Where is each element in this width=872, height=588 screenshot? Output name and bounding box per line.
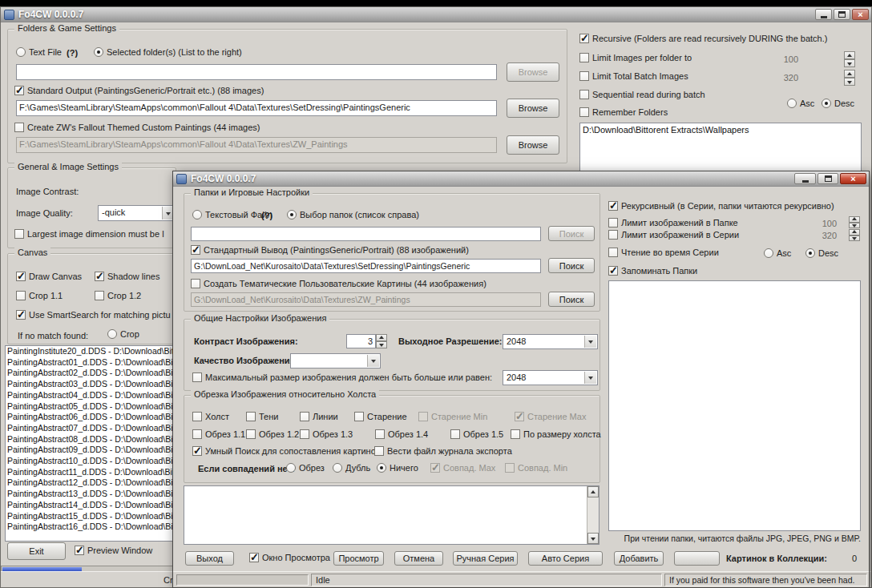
log-textbox[interactable] bbox=[184, 485, 600, 545]
crop-option-radio[interactable]: Обрез bbox=[286, 463, 325, 473]
maximize-button[interactable] bbox=[834, 9, 850, 20]
add-button[interactable]: Добавить bbox=[614, 551, 664, 566]
max-size-checkbox[interactable]: Максимальный размер изображения должен б… bbox=[192, 373, 492, 382]
crop-1-3-checkbox[interactable]: Обрез 1.3 bbox=[300, 429, 353, 439]
auto-batch-button[interactable]: Авто Серия bbox=[528, 551, 603, 566]
list-item[interactable]: PaintingAbstract06_d.DDS - D:\Download\B… bbox=[6, 412, 175, 423]
search-textfile-button[interactable]: Поиск bbox=[548, 226, 595, 241]
smartsearch-checkbox[interactable]: Умный Поиск для сопоставления картинок bbox=[192, 446, 380, 456]
text-file-path-input[interactable] bbox=[191, 227, 541, 241]
crop-1-5-checkbox[interactable]: Обрез 1.5 bbox=[450, 429, 503, 439]
export-log-checkbox[interactable]: Вести файл журнала экспорта bbox=[374, 446, 512, 456]
close-button[interactable] bbox=[852, 9, 869, 20]
limit-per-folder-spinner[interactable] bbox=[849, 216, 860, 228]
match-min-checkbox[interactable]: Совпад. Min bbox=[505, 463, 567, 473]
selected-folders-radio[interactable]: Выбор папок (список справа) bbox=[287, 210, 419, 219]
text-file-help[interactable]: (?) bbox=[67, 48, 78, 58]
aging-checkbox[interactable]: Старение bbox=[354, 412, 407, 421]
crop-1-2-checkbox[interactable]: Обрез 1.2 bbox=[246, 429, 299, 439]
remove-button[interactable] bbox=[674, 551, 720, 566]
limit-total-spinner[interactable] bbox=[849, 229, 860, 241]
text-file-help[interactable]: (?) bbox=[261, 211, 272, 220]
contrast-spinner[interactable] bbox=[376, 334, 387, 348]
minimize-button[interactable] bbox=[815, 9, 832, 20]
exit-button[interactable]: Выход bbox=[185, 551, 234, 566]
dropdown-arrow-icon[interactable] bbox=[584, 372, 596, 384]
list-item[interactable]: PaintingAbstract12_d.DDS - D:\Download\B… bbox=[6, 477, 175, 489]
match-max-checkbox[interactable]: Совпад. Max bbox=[430, 463, 495, 473]
spinner-down-icon[interactable] bbox=[844, 59, 855, 67]
largest-dimension-checkbox[interactable]: Largest image dimension must be l bbox=[14, 229, 164, 239]
list-item[interactable]: PaintingAbstract14_d.DDS - D:\Download\B… bbox=[6, 500, 175, 511]
shadows-checkbox[interactable]: Тени bbox=[246, 412, 278, 421]
recursive-checkbox[interactable]: Recursive (Folders are read recursively … bbox=[579, 34, 827, 43]
list-item[interactable]: PaintingAbstract01_d.DDS - D:\Download\B… bbox=[6, 357, 175, 369]
nothing-option-radio[interactable]: Ничего bbox=[377, 463, 418, 473]
list-item[interactable]: PaintingAbstract05_d.DDS - D:\Download\B… bbox=[6, 401, 175, 413]
custom-paintings-path-input[interactable]: G:\DownLoad_Net\Kurosaito\Data\Textures\… bbox=[191, 292, 541, 307]
preview-window-checkbox[interactable]: Preview Window bbox=[75, 546, 152, 555]
text-file-radio[interactable]: Text File bbox=[16, 47, 62, 57]
preview-button[interactable]: Просмотр bbox=[333, 551, 384, 566]
list-item[interactable]: PaintingAbstract07_d.DDS - D:\Download\B… bbox=[6, 423, 175, 434]
list-item[interactable]: PaintingAbstract11_d.DDS - D:\Download\B… bbox=[6, 467, 175, 478]
fit-canvas-checkbox[interactable]: По размеру холста bbox=[511, 429, 601, 439]
custom-paintings-checkbox[interactable]: Создать Тематические Пользовательские Ка… bbox=[191, 279, 486, 288]
remember-folders-checkbox[interactable]: Запоминать Папки bbox=[608, 266, 697, 276]
limit-per-folder-checkbox[interactable]: Лимит изображений в Папке bbox=[608, 218, 738, 228]
desc-radio[interactable]: Desc bbox=[805, 248, 838, 258]
search-custom-button[interactable]: Поиск bbox=[548, 292, 595, 307]
aging-max-checkbox[interactable]: Старение Max bbox=[515, 412, 586, 421]
remember-folders-checkbox[interactable]: Remember Folders bbox=[579, 107, 668, 117]
custom-paintings-path-input[interactable]: F:\Games\SteamLibrary\SteamApps\common\F… bbox=[16, 137, 497, 153]
scroll-down-icon[interactable] bbox=[587, 533, 599, 544]
browse-textfile-button[interactable]: Browse bbox=[507, 62, 559, 82]
vertical-scrollbar[interactable] bbox=[587, 486, 599, 544]
search-standard-button[interactable]: Поиск bbox=[548, 258, 595, 273]
list-item[interactable]: PaintingAbstract02_d.DDS - D:\Download\B… bbox=[6, 368, 175, 379]
duplicate-option-radio[interactable]: Дубль bbox=[333, 463, 370, 473]
exit-button[interactable]: Exit bbox=[7, 542, 66, 560]
list-item[interactable]: PaintingInstitute20_d.DDS - D:\Download\… bbox=[6, 346, 175, 357]
browse-standard-button[interactable]: Browse bbox=[507, 99, 559, 118]
text-file-path-input[interactable] bbox=[16, 64, 497, 80]
standard-output-path-input[interactable]: F:\Games\SteamLibrary\SteamApps\common\F… bbox=[16, 100, 497, 116]
outer-titlebar[interactable]: Fo4CW 0.0.0.7 bbox=[1, 7, 871, 22]
list-item[interactable]: PaintingAbstract03_d.DDS - D:\Download\B… bbox=[6, 379, 175, 390]
spinner-up-icon[interactable] bbox=[844, 70, 855, 78]
list-item[interactable]: D:\Download\Bittorent Extracts\Wallpaper… bbox=[580, 123, 861, 136]
list-item[interactable]: PaintingAbstract16_d.DDS - D:\Download\B… bbox=[6, 522, 175, 533]
spinner-down-icon[interactable] bbox=[376, 341, 387, 348]
crop-1-1-checkbox[interactable]: Crop 1.1 bbox=[16, 291, 63, 300]
limit-total-spinner[interactable] bbox=[844, 70, 855, 86]
manual-batch-button[interactable]: Ручная Серия bbox=[453, 551, 518, 566]
maximize-button[interactable] bbox=[818, 173, 838, 184]
contrast-value-input[interactable]: 3 bbox=[346, 334, 376, 348]
dropdown-arrow-icon[interactable] bbox=[367, 355, 379, 367]
standard-output-checkbox[interactable]: Стандартный Вывод (PaintingsGeneric/Port… bbox=[191, 245, 469, 255]
sequential-read-checkbox[interactable]: Чтение во время Серии bbox=[608, 248, 719, 257]
standard-output-checkbox[interactable]: Standard Output (PaintingsGeneric/Portra… bbox=[14, 86, 264, 95]
recursive-checkbox[interactable]: Рекурсивный (в Серии, папки читаются рек… bbox=[608, 201, 834, 211]
list-item[interactable]: PaintingAbstract13_d.DDS - D:\Download\B… bbox=[6, 489, 175, 500]
list-item[interactable]: PaintingAbstract10_d.DDS - D:\Download\B… bbox=[6, 456, 175, 467]
list-item[interactable]: PaintingAbstract15_d.DDS - D:\Download\B… bbox=[6, 511, 175, 522]
lines-checkbox[interactable]: Линии bbox=[300, 412, 338, 421]
smartsearch-checkbox[interactable]: Use SmartSearch for matching pictu bbox=[16, 310, 171, 320]
list-item[interactable]: PaintingAbstract09_d.DDS - D:\Download\B… bbox=[6, 445, 175, 456]
image-quality-combo[interactable]: -quick bbox=[98, 205, 176, 221]
desc-radio[interactable]: Desc bbox=[822, 99, 854, 108]
limit-per-folder-checkbox[interactable]: Limit Images per folder to bbox=[579, 53, 692, 62]
spinner-down-icon[interactable] bbox=[849, 236, 860, 242]
limit-per-folder-spinner[interactable] bbox=[844, 51, 855, 67]
preview-window-checkbox[interactable]: Окно Просмотра bbox=[249, 553, 330, 562]
standard-output-path-input[interactable]: G:\DownLoad_Net\Kurosaito\Data\Textures\… bbox=[191, 259, 541, 273]
crop-1-4-checkbox[interactable]: Обрез 1.4 bbox=[375, 429, 428, 439]
spinner-up-icon[interactable] bbox=[849, 216, 860, 223]
spinner-down-icon[interactable] bbox=[844, 78, 855, 86]
resolution-combo[interactable]: 2048 bbox=[503, 334, 598, 349]
spinner-up-icon[interactable] bbox=[849, 229, 860, 236]
crop-option-radio[interactable]: Crop bbox=[107, 329, 139, 339]
crop-1-2-checkbox[interactable]: Crop 1.2 bbox=[95, 291, 141, 300]
spinner-up-icon[interactable] bbox=[844, 51, 855, 59]
